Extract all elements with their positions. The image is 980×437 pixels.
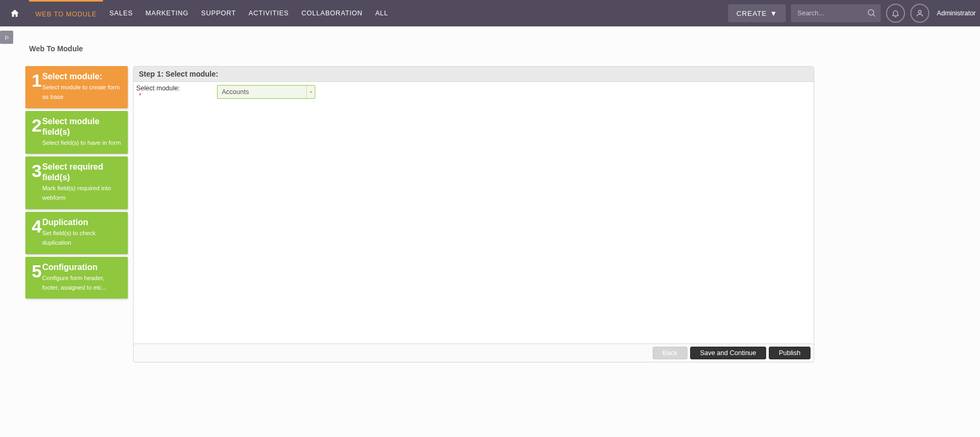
step-desc: Mark field(s) required into webform xyxy=(42,184,121,203)
step-5[interactable]: 5 Configuration Configure form header, f… xyxy=(25,257,128,299)
step-body: Duplication Set field(s) to check duplic… xyxy=(42,217,121,248)
nav-label: ALL xyxy=(375,10,389,17)
save-continue-button[interactable]: Save and Continue xyxy=(690,347,766,359)
form-row-select-module: Select module: * Accounts xyxy=(136,85,808,99)
step-number: 1 xyxy=(32,71,42,89)
nav-support[interactable]: SUPPORT xyxy=(195,0,242,26)
step-3[interactable]: 3 Select required field(s) Mark field(s)… xyxy=(25,156,128,209)
button-label: Publish xyxy=(779,349,800,357)
nav-activities[interactable]: ACTIVITIES xyxy=(242,0,295,26)
step-title: Select module: xyxy=(42,71,121,82)
play-icon xyxy=(4,35,10,40)
step-title: Select required field(s) xyxy=(42,162,121,183)
create-button[interactable]: CREATE ▼ xyxy=(728,4,786,22)
action-bar: Back Save and Continue Publish xyxy=(133,343,814,362)
step-2[interactable]: 2 Select module field(s) Select field(s)… xyxy=(25,111,128,154)
step-desc: Configure form header, footer, assigned … xyxy=(42,274,121,293)
step-desc: Set field(s) to check duplication xyxy=(42,229,121,248)
nav-label: WEB TO MODULE xyxy=(35,11,97,18)
home-icon xyxy=(10,8,20,18)
bell-icon xyxy=(891,9,900,17)
step-number: 2 xyxy=(32,116,42,134)
nav-label: COLLABORATION xyxy=(301,10,363,17)
button-label: Save and Continue xyxy=(700,349,756,357)
create-label: CREATE xyxy=(737,10,767,17)
nav-left: WEB TO MODULE SALES MARKETING SUPPORT AC… xyxy=(0,0,394,26)
main-container: 1 Select module: Select module to create… xyxy=(25,66,814,361)
back-button[interactable]: Back xyxy=(653,347,687,359)
svg-marker-4 xyxy=(309,91,312,93)
chevron-down-icon xyxy=(306,86,315,98)
panel-body: Select module: * Accounts xyxy=(134,82,814,360)
nav-marketing[interactable]: MARKETING xyxy=(139,0,195,26)
user-label: Administrator xyxy=(935,10,976,17)
svg-line-1 xyxy=(873,14,875,16)
svg-point-0 xyxy=(869,10,874,15)
step-1[interactable]: 1 Select module: Select module to create… xyxy=(25,66,128,108)
select-value: Accounts xyxy=(222,88,249,96)
side-expand-button[interactable] xyxy=(0,31,13,44)
nav-label: ACTIVITIES xyxy=(249,10,289,17)
search-icon[interactable] xyxy=(867,8,877,18)
step-body: Configuration Configure form header, foo… xyxy=(42,262,121,293)
nav-all[interactable]: ALL xyxy=(369,0,395,26)
step-body: Select required field(s) Mark field(s) r… xyxy=(42,162,121,203)
notifications-button[interactable] xyxy=(886,4,905,23)
panel-header: Step 1: Select module: xyxy=(134,67,814,82)
field-label-text: Select module: xyxy=(136,85,180,92)
home-button[interactable] xyxy=(0,0,29,26)
button-label: Back xyxy=(663,349,677,357)
content-panel: Step 1: Select module: Select module: * … xyxy=(133,66,814,361)
svg-marker-3 xyxy=(5,35,8,39)
nav-collaboration[interactable]: COLLABORATION xyxy=(295,0,369,26)
step-4[interactable]: 4 Duplication Set field(s) to check dupl… xyxy=(25,212,128,254)
module-select[interactable]: Accounts xyxy=(217,85,315,99)
step-title: Select module field(s) xyxy=(42,116,121,137)
nav-right: CREATE ▼ Administrator xyxy=(728,0,980,26)
page-title: Web To Module xyxy=(29,44,83,53)
publish-button[interactable]: Publish xyxy=(769,347,811,359)
step-title: Duplication xyxy=(42,217,121,228)
nav-sales[interactable]: SALES xyxy=(103,0,139,26)
svg-point-2 xyxy=(919,11,921,13)
user-icon xyxy=(916,9,924,17)
step-number: 4 xyxy=(32,217,42,235)
top-nav: WEB TO MODULE SALES MARKETING SUPPORT AC… xyxy=(0,0,980,26)
step-body: Select module: Select module to create f… xyxy=(42,71,121,102)
field-label: Select module: * xyxy=(136,85,186,99)
nav-label: SALES xyxy=(109,10,133,17)
chevron-down-icon: ▼ xyxy=(770,10,777,17)
step-desc: Select module to create form as base xyxy=(42,83,121,102)
step-number: 3 xyxy=(32,162,42,180)
nav-label: SUPPORT xyxy=(201,10,236,17)
step-title: Configuration xyxy=(42,262,121,273)
search-wrap xyxy=(791,4,881,22)
nav-web-to-module[interactable]: WEB TO MODULE xyxy=(29,0,103,26)
steps-sidebar: 1 Select module: Select module to create… xyxy=(25,66,128,361)
nav-label: MARKETING xyxy=(146,10,189,17)
step-body: Select module field(s) Select field(s) t… xyxy=(42,116,121,148)
required-mark: * xyxy=(139,92,142,99)
step-number: 5 xyxy=(32,262,42,280)
user-menu-button[interactable] xyxy=(910,4,929,23)
step-desc: Select field(s) to have in form xyxy=(42,138,121,148)
